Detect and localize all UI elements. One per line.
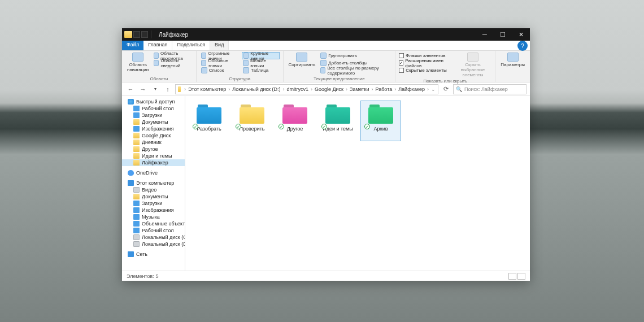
recent-button[interactable]: ▾ bbox=[150, 84, 160, 94]
sidebar-item[interactable]: Загрузки bbox=[122, 200, 185, 207]
back-button[interactable]: ← bbox=[125, 84, 136, 94]
options-button[interactable]: Параметры bbox=[499, 52, 526, 68]
nav-pane-button[interactable]: Область навигации bbox=[125, 52, 150, 73]
crumb[interactable]: Этот компьютер bbox=[188, 86, 226, 92]
ribbon-group-showhide: Флажки элементов ✓Расширения имен файлов… bbox=[395, 51, 495, 82]
sidebar-item[interactable]: Загрузки bbox=[122, 112, 185, 119]
ribbon-group-panes: Область навигации Область просмотра Обла… bbox=[122, 51, 197, 82]
folder-label: Другое bbox=[287, 126, 303, 132]
sidebar-item[interactable]: Рабочий стол bbox=[122, 105, 185, 112]
layout-table[interactable]: Таблица bbox=[242, 67, 280, 74]
crumb[interactable]: dmitrycv1 bbox=[286, 86, 308, 92]
sidebar-item[interactable]: Музыка bbox=[122, 214, 185, 220]
app-icon bbox=[124, 31, 132, 38]
ribbon-tabs: Файл Главная Поделиться Вид ? bbox=[122, 41, 530, 51]
search-icon: 🔍 bbox=[456, 86, 462, 92]
ribbon: Область навигации Область просмотра Обла… bbox=[122, 51, 530, 82]
layout-normal-icons[interactable]: Обычные значки bbox=[200, 59, 240, 67]
qat-btn-1[interactable] bbox=[133, 31, 140, 38]
folder-item[interactable]: ✓ Архив bbox=[360, 101, 401, 141]
checkbox-file-extensions[interactable]: ✓Расширения имен файлов bbox=[399, 59, 451, 67]
sort-button[interactable]: Сортировать bbox=[287, 52, 317, 68]
view-details-button[interactable] bbox=[508, 273, 516, 280]
window-title: Лайфхакер bbox=[155, 32, 192, 38]
folder-item[interactable]: ✓ Другое bbox=[275, 101, 315, 141]
folder-label: Архив bbox=[373, 126, 388, 132]
folder-label: Идеи и темы bbox=[323, 126, 353, 132]
forward-button[interactable]: → bbox=[138, 84, 148, 94]
sidebar-item[interactable]: Видео bbox=[122, 186, 185, 193]
sidebar-item[interactable]: Локальный диск (C:) bbox=[122, 234, 185, 241]
group-button[interactable]: Группировать bbox=[319, 52, 391, 59]
sidebar-item[interactable]: Идеи и темы bbox=[122, 153, 185, 159]
hide-selected-button[interactable]: Скрыть выбранные элементы bbox=[454, 52, 492, 78]
ribbon-group-layout: Огромные значки Обычные значки Список Кр… bbox=[197, 51, 284, 82]
sync-icon: ✓ bbox=[236, 124, 241, 129]
tab-home[interactable]: Главная bbox=[143, 41, 172, 50]
sidebar-network[interactable]: Сеть bbox=[122, 251, 185, 258]
sidebar[interactable]: Быстрый доступ Рабочий стол Загрузки Док… bbox=[122, 96, 185, 271]
maximize-button[interactable]: ☐ bbox=[494, 28, 512, 41]
sidebar-item[interactable]: Документы bbox=[122, 119, 185, 125]
crumb[interactable]: Локальный диск (D:) bbox=[232, 86, 280, 92]
sidebar-item[interactable]: Дневник bbox=[122, 139, 185, 146]
status-text: Элементов: 5 bbox=[127, 273, 158, 279]
sync-icon: ✓ bbox=[321, 124, 327, 129]
minimize-button[interactable]: ─ bbox=[476, 28, 494, 41]
folder-item[interactable]: ✓ Идеи и темы bbox=[317, 101, 358, 141]
sync-icon: ✓ bbox=[364, 124, 370, 129]
folder-item[interactable]: ✓ Проверить bbox=[232, 101, 272, 141]
sidebar-item[interactable]: Документы bbox=[122, 193, 185, 200]
sync-icon: ✓ bbox=[279, 124, 284, 129]
sidebar-item[interactable]: Google Диск bbox=[122, 132, 185, 139]
folder-item[interactable]: ✓ Разобрать bbox=[189, 101, 229, 141]
tab-share[interactable]: Поделиться bbox=[172, 41, 210, 50]
crumb[interactable]: Работа bbox=[375, 86, 392, 92]
content-area[interactable]: ✓ Разобрать ✓ Проверить ✓ Другое ✓ Идеи … bbox=[185, 96, 530, 271]
sidebar-onedrive[interactable]: OneDrive bbox=[122, 169, 185, 176]
crumb[interactable]: Заметки bbox=[350, 86, 369, 92]
sync-icon: ✓ bbox=[193, 124, 198, 129]
refresh-button[interactable]: ⟳ bbox=[441, 84, 451, 94]
explorer-window: Лайфхакер ─ ☐ ✕ Файл Главная Поделиться … bbox=[122, 28, 530, 281]
fit-columns-button[interactable]: Все столбцы по размеру содержимого bbox=[319, 67, 391, 74]
sidebar-item-current[interactable]: Лайфхакер bbox=[122, 159, 185, 166]
help-icon[interactable]: ? bbox=[517, 41, 528, 51]
titlebar[interactable]: Лайфхакер ─ ☐ ✕ bbox=[122, 28, 530, 41]
ribbon-group-currentview: Сортировать Группировать Добавить столбц… bbox=[284, 51, 396, 82]
crumb[interactable]: Лайфхакер bbox=[398, 86, 425, 92]
layout-list[interactable]: Список bbox=[200, 67, 240, 74]
ribbon-group-options: Параметры bbox=[495, 51, 530, 82]
up-button[interactable]: ↑ bbox=[163, 84, 173, 94]
sidebar-item[interactable]: Другое bbox=[122, 146, 185, 153]
status-bar: Элементов: 5 bbox=[122, 271, 530, 281]
sidebar-item[interactable]: Изображения bbox=[122, 125, 185, 132]
checkbox-hidden-items[interactable]: Скрытые элементы bbox=[399, 67, 451, 74]
view-icons-button[interactable] bbox=[517, 273, 525, 280]
tab-file[interactable]: Файл bbox=[122, 41, 143, 50]
sidebar-quick-access[interactable]: Быстрый доступ bbox=[122, 98, 185, 105]
layout-small-icons[interactable]: Мелкие значки bbox=[242, 59, 280, 67]
sidebar-item[interactable]: Локальный диск (D:) bbox=[122, 241, 185, 247]
sidebar-item[interactable]: Объемные объекты bbox=[122, 220, 185, 227]
folder-label: Проверить bbox=[239, 126, 264, 132]
folder-icon bbox=[178, 86, 181, 92]
sidebar-item[interactable]: Изображения bbox=[122, 207, 185, 214]
address-bar[interactable]: › Этот компьютер› Локальный диск (D:)› d… bbox=[175, 84, 438, 94]
sidebar-thispc[interactable]: Этот компьютер bbox=[122, 180, 185, 186]
search-input[interactable]: 🔍 Поиск: Лайфхакер bbox=[453, 84, 526, 94]
address-row: ← → ▾ ↑ › Этот компьютер› Локальный диск… bbox=[122, 82, 530, 96]
crumb[interactable]: Google Диск bbox=[315, 86, 343, 92]
details-pane-button[interactable]: Область сведений bbox=[153, 59, 192, 67]
tab-view[interactable]: Вид bbox=[210, 41, 229, 50]
sidebar-item[interactable]: Рабочий стол bbox=[122, 227, 185, 234]
folder-label: Разобрать bbox=[197, 126, 221, 132]
qat-btn-2[interactable] bbox=[141, 31, 148, 38]
close-button[interactable]: ✕ bbox=[512, 28, 530, 41]
